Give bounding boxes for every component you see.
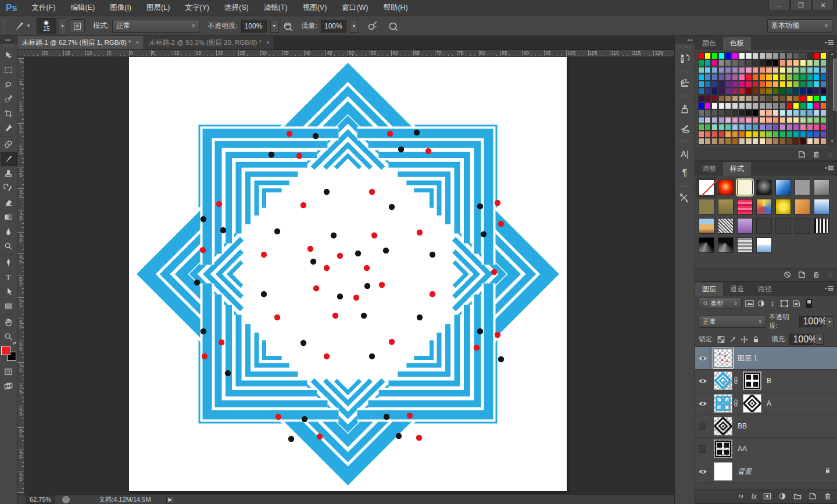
color-swatch[interactable]	[772, 117, 779, 124]
color-swatch[interactable]	[739, 95, 745, 102]
color-swatch[interactable]	[820, 109, 827, 116]
layer-name[interactable]: A	[767, 399, 771, 408]
color-swatch[interactable]	[732, 74, 738, 81]
color-swatch[interactable]	[759, 52, 766, 59]
color-swatch[interactable]	[820, 124, 827, 131]
style-thumb[interactable]	[756, 237, 772, 253]
color-swatch[interactable]	[772, 52, 779, 59]
color-swatch[interactable]	[807, 109, 813, 116]
layer-mask-thumbnail[interactable]	[743, 371, 761, 390]
color-swatch[interactable]	[772, 138, 779, 145]
color-swatch[interactable]	[779, 59, 786, 66]
color-swatch[interactable]	[813, 88, 820, 95]
style-thumb[interactable]	[718, 237, 734, 253]
color-swatch[interactable]	[813, 138, 820, 145]
layer-thumbnail[interactable]	[714, 349, 732, 367]
color-swatch[interactable]	[745, 81, 752, 88]
color-swatch[interactable]	[813, 67, 820, 74]
tool-crop[interactable]	[1, 106, 17, 121]
color-swatch[interactable]	[793, 124, 799, 131]
color-swatch[interactable]	[704, 102, 711, 109]
style-thumb[interactable]	[795, 199, 810, 215]
color-swatch[interactable]	[779, 52, 786, 59]
style-thumb[interactable]	[795, 218, 810, 234]
tool-hand[interactable]	[1, 315, 17, 330]
filter-type-layers-icon[interactable]: T	[768, 299, 778, 308]
layer-blend-mode-select[interactable]: 正常⇕	[699, 316, 766, 328]
layer-visibility-empty[interactable]	[695, 438, 710, 460]
close-button[interactable]: ✕	[813, 0, 834, 11]
style-thumb[interactable]	[756, 180, 772, 195]
color-swatch[interactable]	[725, 109, 731, 116]
layer-thumbnail[interactable]	[714, 371, 732, 390]
dock-collapse-button[interactable]: ◂◂	[675, 36, 695, 44]
color-swatch[interactable]	[772, 88, 779, 95]
color-swatch[interactable]	[711, 81, 718, 88]
color-swatch[interactable]	[739, 81, 745, 88]
foreground-color-swatch[interactable]	[1, 346, 10, 355]
status-options-arrow[interactable]: ▶	[166, 496, 174, 503]
panel-resize-grip[interactable]	[828, 273, 832, 277]
color-swatch[interactable]	[704, 124, 711, 131]
color-swatch[interactable]	[732, 131, 738, 138]
tool-lasso[interactable]	[1, 77, 17, 92]
color-swatch[interactable]	[718, 117, 725, 124]
color-swatch[interactable]	[786, 81, 793, 88]
color-swatch[interactable]	[800, 67, 806, 74]
opacity-dropdown[interactable]: ▼	[270, 20, 278, 33]
color-swatch[interactable]	[698, 131, 704, 138]
color-swatch[interactable]	[793, 67, 799, 74]
color-swatch[interactable]	[732, 117, 738, 124]
color-swatch[interactable]	[813, 109, 820, 116]
color-swatch[interactable]	[759, 109, 766, 116]
color-swatch[interactable]	[772, 109, 779, 116]
color-swatch[interactable]	[698, 102, 704, 109]
style-thumb[interactable]	[718, 199, 734, 215]
restore-button[interactable]: ❐	[791, 0, 811, 11]
tool-dodge[interactable]	[1, 239, 17, 253]
color-swatch[interactable]	[766, 131, 772, 138]
panel-menu-icon[interactable]	[824, 285, 835, 292]
paragraph-panel-button[interactable]: ¶	[675, 163, 695, 183]
color-swatch[interactable]	[766, 52, 772, 59]
layer-filter-select[interactable]: 类型 ⇕	[699, 298, 742, 309]
color-swatch[interactable]	[786, 52, 793, 59]
color-swatch[interactable]	[704, 67, 711, 74]
style-thumb[interactable]	[775, 218, 791, 234]
layer-fill-dropdown[interactable]: ▼	[815, 334, 824, 345]
color-swatch[interactable]	[752, 102, 759, 109]
tool-history-brush[interactable]	[1, 181, 17, 195]
new-swatch-icon[interactable]	[797, 150, 806, 159]
color-swatch[interactable]	[704, 95, 711, 102]
color-swatch[interactable]	[813, 117, 820, 124]
tool-quick-select[interactable]	[1, 92, 17, 106]
color-swatch[interactable]	[718, 131, 725, 138]
menu-item[interactable]: 滤镜(T)	[256, 0, 295, 16]
color-swatch[interactable]	[704, 88, 711, 95]
filter-shape-layers-icon[interactable]	[779, 299, 789, 308]
style-thumb[interactable]	[795, 180, 810, 195]
trash-icon[interactable]	[812, 150, 821, 159]
color-swatch[interactable]	[725, 67, 731, 74]
menu-item[interactable]: 帮助(H)	[375, 0, 415, 16]
scrollbar-thumb[interactable]	[833, 59, 837, 110]
color-swatch[interactable]	[704, 131, 711, 138]
filter-smart-objects-icon[interactable]	[791, 299, 801, 308]
color-swatch[interactable]	[752, 124, 759, 131]
style-thumb[interactable]	[814, 180, 829, 195]
color-swatch[interactable]	[793, 109, 799, 116]
color-swatch[interactable]	[820, 74, 827, 81]
tool-pen[interactable]	[1, 255, 17, 270]
color-swatch[interactable]	[745, 52, 752, 59]
color-swatch[interactable]	[745, 117, 752, 124]
color-swatch[interactable]	[800, 88, 806, 95]
color-swatch[interactable]	[779, 81, 786, 88]
color-swatch[interactable]	[752, 59, 759, 66]
color-swatch[interactable]	[800, 124, 806, 131]
lock-transparency-icon[interactable]	[717, 335, 725, 344]
tools-extra-panel-button[interactable]	[675, 188, 695, 208]
color-swatch[interactable]	[786, 138, 793, 145]
tool-blur[interactable]	[1, 224, 17, 239]
layer-name[interactable]: B	[767, 377, 771, 385]
flow-dropdown[interactable]: ▼	[350, 20, 358, 33]
